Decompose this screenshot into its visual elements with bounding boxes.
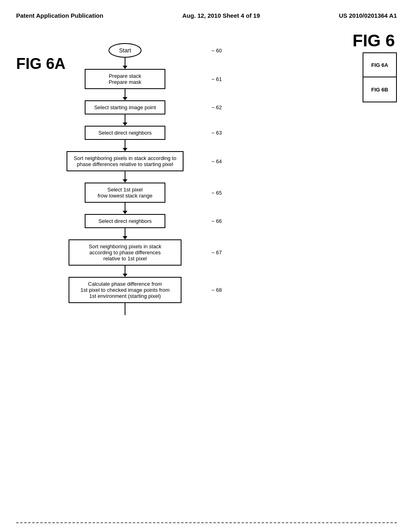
arrow-line	[125, 114, 125, 123]
step-label-63: ~ 63	[211, 130, 222, 136]
header-center: Aug. 12, 2010 Sheet 4 of 19	[182, 12, 260, 19]
arrow-line	[125, 171, 125, 179]
arrow-line	[125, 303, 125, 315]
step-67: Sort neighboring pixels in stackaccordin…	[69, 239, 181, 266]
step-row-64: Sort neighboring pixels in stack accordi…	[48, 151, 202, 171]
right-sidebar: FIG 6 FIG 6A FIG 6B	[353, 31, 397, 507]
step-66: Select direct neighbors	[85, 214, 165, 228]
step-label-62: ~ 62	[211, 104, 222, 110]
arrow-line	[125, 89, 125, 97]
fig6-box-b: FIG 6B	[363, 77, 396, 102]
step-68: Calculate phase difference from1st pixel…	[69, 277, 181, 303]
fig6-box-container: FIG 6A FIG 6B	[363, 52, 397, 102]
arrow-60-61	[123, 58, 127, 69]
arrow-line	[125, 140, 125, 148]
step-row-68: Calculate phase difference from1st pixel…	[48, 277, 202, 303]
arrow-head	[123, 66, 127, 69]
step-start: Start	[108, 43, 142, 58]
arrow-64-65	[123, 171, 127, 183]
step-label-68: ~ 68	[211, 287, 222, 293]
header-right: US 2010/0201364 A1	[339, 12, 397, 19]
step-row-61: Prepare stackPrepare mask ~ 61	[48, 69, 202, 89]
arrow-line	[125, 203, 125, 211]
main-content: FIG 6A Start ~ 60 Prepare stackPrepare m…	[0, 23, 413, 515]
header-left: Patent Application Publication	[16, 12, 103, 19]
arrow-head	[123, 97, 127, 100]
step-label-65: ~ 65	[211, 190, 222, 196]
fig6-title: FIG 6	[353, 31, 395, 50]
step-row-67: Sort neighboring pixels in stackaccordin…	[48, 239, 202, 266]
step-65: Select 1st pixelfrow lowest stack range	[85, 183, 165, 203]
step-label-64: ~ 64	[211, 158, 222, 164]
step-label-61: ~ 61	[211, 76, 222, 82]
arrow-62-63	[123, 114, 127, 126]
arrow-67-68	[123, 266, 127, 277]
step-label-66: ~ 66	[211, 218, 222, 224]
step-row-62: Select starting image point ~ 62	[48, 100, 202, 114]
step-label-67: ~ 67	[211, 249, 222, 256]
arrow-68-down	[125, 303, 125, 315]
arrow-61-62	[123, 89, 127, 100]
step-row-65: Select 1st pixelfrow lowest stack range …	[48, 183, 202, 203]
step-63: Select direct neighbors	[85, 126, 165, 140]
arrow-line	[125, 228, 125, 236]
arrow-head	[123, 236, 127, 239]
page: Patent Application Publication Aug. 12, …	[0, 0, 413, 532]
arrow-66-67	[123, 228, 127, 239]
arrow-head	[123, 211, 127, 214]
step-61: Prepare stackPrepare mask	[85, 69, 165, 89]
left-section: FIG 6A Start ~ 60 Prepare stackPrepare m…	[16, 31, 348, 507]
flowchart: Start ~ 60 Prepare stackPrepare mask ~ 6…	[48, 43, 202, 315]
arrow-head	[123, 123, 127, 126]
arrow-line	[125, 266, 125, 274]
arrow-65-66	[123, 203, 127, 214]
arrow-63-64	[123, 140, 127, 151]
arrow-head	[123, 274, 127, 277]
step-row-63: Select direct neighbors ~ 63	[48, 126, 202, 140]
arrow-head	[123, 179, 127, 183]
step-62: Select starting image point	[85, 100, 165, 114]
step-row-66: Select direct neighbors ~ 66	[48, 214, 202, 228]
page-bottom-rule	[16, 522, 397, 523]
arrow-head	[123, 148, 127, 151]
step-label-60: ~ 60	[211, 48, 222, 54]
header: Patent Application Publication Aug. 12, …	[0, 0, 413, 23]
fig6-box-a: FIG 6A	[363, 53, 396, 77]
step-row-60: Start ~ 60	[48, 43, 202, 58]
step-64: Sort neighboring pixels in stack accordi…	[67, 151, 184, 171]
arrow-line	[125, 58, 125, 66]
